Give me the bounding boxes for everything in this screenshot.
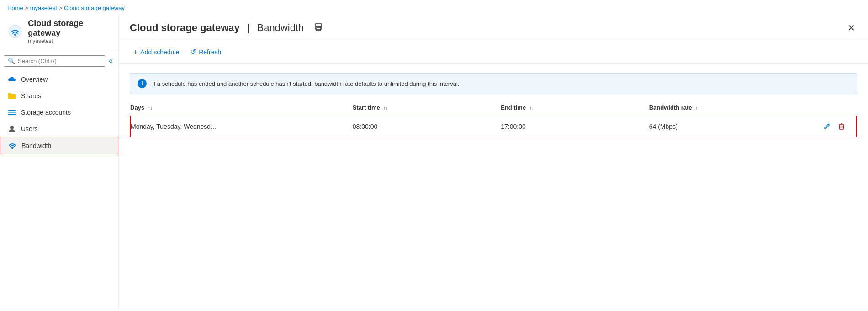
bandwidth-table: Days ↑↓ Start time ↑↓ End time ↑↓ Band [130, 100, 857, 137]
delete-button[interactable] [836, 122, 847, 131]
table-container: Days ↑↓ Start time ↑↓ End time ↑↓ Band [130, 100, 857, 137]
sort-start-icon: ↑↓ [383, 105, 388, 111]
wifi-icon [8, 141, 17, 150]
storage-icon [7, 108, 16, 117]
cloud-icon [7, 75, 16, 84]
print-icon[interactable] [314, 22, 323, 34]
sidebar: Cloud storage gateway myasetest 🔍 « Over… [0, 14, 119, 309]
svg-rect-10 [317, 30, 319, 30]
info-banner-text: If a schedule has ended and another sche… [152, 80, 459, 87]
sidebar-item-users[interactable]: Users [0, 121, 118, 137]
info-icon: i [138, 79, 147, 88]
cell-start-time: 08:00:00 [353, 116, 501, 137]
col-header-days[interactable]: Days ↑↓ [130, 100, 353, 116]
edit-button[interactable] [821, 122, 832, 131]
sidebar-item-storage[interactable]: Storage accounts [0, 104, 118, 121]
sidebar-item-label-storage: Storage accounts [21, 109, 71, 116]
table-row: Monday, Tuesday, Wednesd... 08:00:00 17:… [130, 116, 857, 137]
svg-rect-3 [8, 112, 16, 113]
refresh-label: Refresh [199, 48, 221, 56]
search-icon: 🔍 [8, 58, 15, 64]
resource-header: Cloud storage gateway myasetest [0, 14, 118, 50]
nav-menu: Overview Shares [0, 69, 118, 156]
col-header-actions [797, 100, 857, 116]
svg-point-11 [320, 27, 321, 28]
table-header-row: Days ↑↓ Start time ↑↓ End time ↑↓ Band [130, 100, 857, 116]
cell-end-time: 17:00:00 [501, 116, 649, 137]
svg-rect-4 [8, 114, 16, 115]
search-container: 🔍 « [0, 50, 118, 69]
page-header: Cloud storage gateway | Bandwidth ✕ [119, 14, 868, 40]
sidebar-item-label-shares: Shares [21, 92, 41, 100]
breadcrumb-current[interactable]: Cloud storage gateway [64, 5, 125, 11]
breadcrumb-sep2: > [59, 5, 62, 11]
svg-rect-7 [316, 23, 321, 26]
sort-bandwidth-icon: ↑↓ [695, 105, 700, 111]
search-box[interactable]: 🔍 [4, 55, 105, 67]
sidebar-item-label-overview: Overview [21, 76, 48, 83]
refresh-icon: ↺ [190, 47, 196, 56]
breadcrumb: Home > myasetest > Cloud storage gateway [0, 0, 868, 14]
content-area: Cloud storage gateway | Bandwidth ✕ + [119, 14, 868, 309]
resource-title: Cloud storage gateway [28, 19, 111, 38]
page-title: Cloud storage gateway [130, 22, 240, 34]
svg-rect-9 [317, 29, 320, 29]
svg-point-5 [10, 126, 14, 129]
breadcrumb-myasetest[interactable]: myasetest [30, 5, 57, 11]
col-header-start-time[interactable]: Start time ↑↓ [353, 100, 501, 116]
page-section-title: Bandwidth [257, 22, 304, 34]
cloud-gateway-icon [7, 23, 22, 40]
breadcrumb-home[interactable]: Home [7, 5, 23, 11]
search-input[interactable] [18, 58, 101, 64]
cell-days: Monday, Tuesday, Wednesd... [130, 116, 353, 137]
toolbar: + Add schedule ↺ Refresh [119, 40, 868, 64]
col-header-bandwidth[interactable]: Bandwidth rate ↑↓ [649, 100, 797, 116]
sidebar-item-label-users: Users [21, 125, 38, 132]
add-schedule-label: Add schedule [140, 48, 179, 56]
close-button[interactable]: ✕ [846, 21, 857, 35]
sidebar-item-overview[interactable]: Overview [0, 71, 118, 88]
collapse-sidebar-button[interactable]: « [107, 55, 115, 67]
add-schedule-button[interactable]: + Add schedule [130, 45, 183, 59]
sort-days-icon: ↑↓ [148, 105, 153, 111]
info-banner: i If a schedule has ended and another sc… [130, 73, 857, 94]
sidebar-item-label-bandwidth: Bandwidth [21, 142, 51, 149]
folder-icon [7, 91, 16, 100]
sidebar-item-bandwidth[interactable]: Bandwidth [0, 137, 118, 154]
sidebar-item-shares[interactable]: Shares [0, 88, 118, 104]
breadcrumb-sep1: > [25, 5, 28, 11]
sort-end-icon: ↑↓ [529, 105, 534, 111]
resource-subtitle: myasetest [28, 38, 111, 44]
svg-point-6 [12, 148, 13, 149]
refresh-button[interactable]: ↺ Refresh [186, 45, 225, 59]
add-icon: + [133, 48, 138, 56]
svg-rect-2 [8, 110, 16, 111]
user-icon [7, 124, 16, 133]
row-actions [797, 122, 851, 131]
cell-bandwidth-rate: 64 (Mbps) [649, 116, 797, 137]
col-header-end-time[interactable]: End time ↑↓ [501, 100, 649, 116]
svg-point-1 [14, 34, 16, 36]
